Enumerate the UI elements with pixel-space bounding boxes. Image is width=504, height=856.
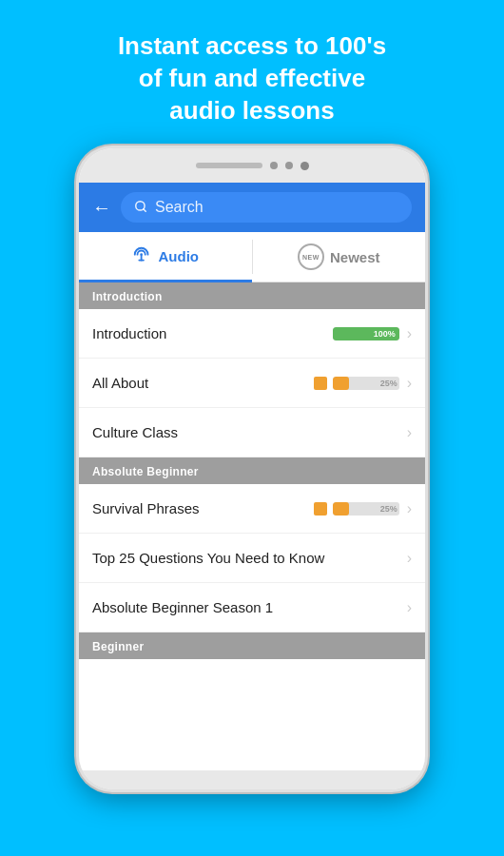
tab-audio[interactable]: Audio [79, 232, 252, 282]
progress-color-block [314, 377, 327, 390]
section-header-beginner: Beginner [79, 632, 425, 659]
search-bar[interactable]: Search [121, 192, 412, 223]
progress-container: 25% [314, 377, 399, 390]
hero-section: Instant access to 100's of fun and effec… [80, 0, 424, 146]
item-title: Absolute Beginner Season 1 [92, 599, 407, 615]
chevron-right-icon: › [407, 599, 412, 616]
svg-line-1 [144, 209, 146, 212]
hero-line2: of fun and effective [139, 64, 365, 92]
chevron-right-icon: › [407, 500, 412, 517]
list-item[interactable]: Top 25 Questions You Need to Know › [79, 534, 425, 583]
tab-newest[interactable]: NEW Newest [253, 232, 426, 282]
camera-dot-right [285, 162, 293, 169]
list-item[interactable]: Absolute Beginner Season 1 › [79, 583, 425, 632]
progress-bar-bg: 25% [333, 502, 399, 516]
section-header-absolute-beginner-text: Absolute Beginner [92, 465, 199, 478]
item-title: Culture Class [92, 424, 407, 440]
hero-line3: audio lessons [169, 96, 334, 125]
search-placeholder-text: Search [155, 199, 204, 216]
back-button[interactable]: ← [92, 197, 111, 219]
progress-bar-fill [333, 377, 350, 390]
front-camera [300, 162, 309, 170]
section-header-beginner-text: Beginner [92, 640, 144, 653]
progress-label: 25% [380, 504, 397, 514]
search-icon [134, 200, 147, 216]
progress-bar-fill [333, 502, 350, 516]
tab-newest-label: Newest [330, 249, 380, 265]
chevron-right-icon: › [407, 550, 412, 567]
phone-bottom-bar [79, 770, 425, 789]
top-nav-bar: ← Search [79, 183, 425, 232]
item-title: Introduction [92, 325, 333, 341]
lesson-list: Introduction Introduction 100% › All [79, 282, 425, 770]
item-title: Top 25 Questions You Need to Know [92, 550, 407, 566]
tab-row: Audio NEW Newest [79, 232, 425, 282]
chevron-right-icon: › [407, 375, 412, 392]
item-title: Survival Phrases [92, 500, 314, 516]
phone-screen: ← Search [79, 183, 425, 770]
progress-label: 25% [380, 379, 397, 388]
camera-dot-left [270, 162, 278, 169]
hero-line1: Instant access to 100's [118, 31, 386, 60]
item-title: All About [92, 375, 314, 391]
progress-color-block [314, 502, 327, 516]
list-item[interactable]: All About 25% › [79, 359, 425, 408]
progress-bar-bg: 100% [333, 327, 399, 340]
list-item[interactable]: Culture Class › [79, 408, 425, 457]
progress-container: 25% [314, 502, 399, 516]
section-header-absolute-beginner: Absolute Beginner [79, 457, 425, 484]
section-header-introduction: Introduction [79, 282, 425, 309]
phone-top-bar [79, 148, 425, 183]
audio-icon [132, 245, 153, 266]
chevron-right-icon: › [407, 424, 412, 441]
list-item[interactable]: Survival Phrases 25% › [79, 484, 425, 534]
section-header-introduction-text: Introduction [92, 290, 163, 303]
new-badge-icon: NEW [298, 243, 324, 270]
list-item[interactable]: Introduction 100% › [79, 309, 425, 359]
speaker-grill [196, 163, 262, 168]
progress-container: 100% [333, 327, 399, 340]
progress-label: 100% [374, 329, 396, 339]
progress-bar-bg: 25% [333, 377, 399, 390]
phone-mockup: ← Search [76, 146, 428, 792]
chevron-right-icon: › [407, 325, 412, 342]
tab-audio-label: Audio [159, 248, 200, 264]
